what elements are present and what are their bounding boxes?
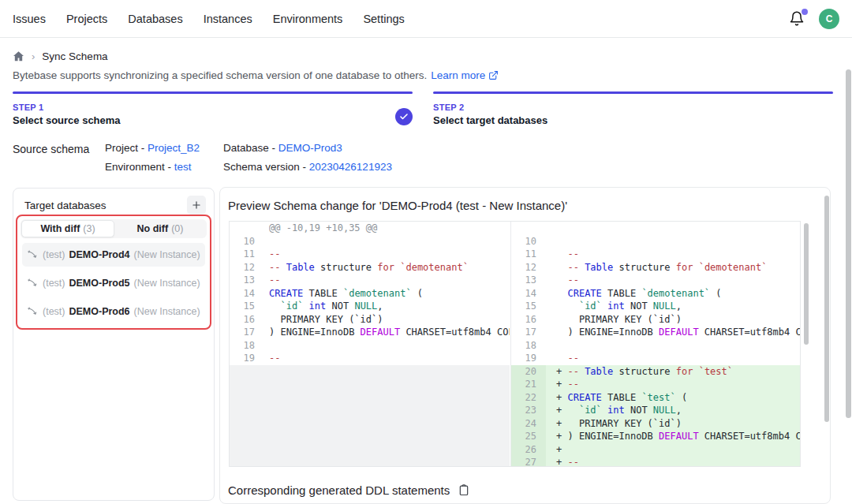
code-text: -- Table structure for `demotenant`	[269, 261, 510, 274]
diff-line: 13 --	[511, 274, 801, 287]
nav-item-settings[interactable]: Settings	[363, 13, 404, 25]
intro-text: Bytebase supports synchronizing a specif…	[13, 69, 499, 81]
code-text: -- Table structure for `demotenant`	[546, 261, 801, 274]
line-number: 20	[511, 365, 546, 379]
code-text: CREATE TABLE `demotenant` (	[269, 287, 510, 301]
step-1-bar	[13, 91, 413, 94]
nav-item-environments[interactable]: Environments	[273, 13, 343, 25]
tab-no-diff[interactable]: No diff(0)	[114, 220, 206, 237]
line-number: 27	[511, 456, 546, 466]
line-number: 13	[230, 274, 269, 287]
step-1-label: STEP 1	[13, 103, 413, 112]
line-number: 10	[230, 235, 269, 248]
diff-line: 24+ PRIMARY KEY (`id`)	[511, 417, 801, 431]
line-number: 19	[511, 352, 546, 365]
code-text: --	[546, 274, 801, 287]
line-number: 12	[511, 261, 546, 274]
nav-item-issues[interactable]: Issues	[13, 13, 46, 25]
clipboard-icon	[458, 483, 470, 497]
line-number: 14	[230, 287, 269, 301]
line-number: 15	[511, 300, 546, 313]
line-number: 16	[511, 313, 546, 327]
learn-more-link[interactable]: Learn more	[431, 69, 499, 81]
schema-diff-editor[interactable]: @@ -10,19 +10,35 @@1011--12-- Table stru…	[229, 221, 801, 467]
code-text: PRIMARY KEY (`id`)	[269, 313, 510, 327]
step-2-label: STEP 2	[433, 103, 833, 112]
diff-line: 12-- Table structure for `demotenant`	[230, 261, 510, 274]
code-text: + ) ENGINE=InnoDB DEFAULT CHARSET=utf8mb…	[546, 430, 801, 443]
code-text	[546, 235, 801, 248]
diff-line: 15 `id` int NOT NULL,	[511, 300, 801, 313]
diff-line: 17 ) ENGINE=InnoDB DEFAULT CHARSET=utf8m…	[511, 326, 801, 339]
code-text: `id` int NOT NULL,	[269, 300, 510, 313]
diff-line: 12 -- Table structure for `demotenant`	[511, 261, 801, 274]
code-text: --	[269, 274, 510, 287]
line-number: 25	[511, 430, 546, 443]
nav-item-instances[interactable]: Instances	[204, 13, 252, 25]
environment-link[interactable]: test	[174, 161, 192, 173]
code-text	[269, 235, 510, 248]
notifications-button[interactable]	[789, 10, 806, 28]
target-database-row[interactable]: (test)DEMO-Prod6(New Instance)	[22, 300, 205, 323]
home-icon[interactable]	[13, 50, 24, 62]
code-text: + -- Table structure for `test`	[546, 365, 801, 379]
code-text	[546, 222, 801, 235]
diff-line: 19--	[230, 352, 510, 365]
code-text: --	[269, 352, 510, 365]
panel-scrollbar[interactable]	[824, 196, 829, 422]
target-database-row[interactable]: (test)DEMO-Prod5(New Instance)	[22, 271, 205, 295]
database-name: DEMO-Prod6	[69, 306, 129, 317]
tab-label: No diff	[137, 223, 169, 234]
diff-line: 16 PRIMARY KEY (`id`)	[230, 313, 510, 327]
code-text	[269, 339, 510, 353]
line-number: 19	[230, 352, 269, 365]
step-2-title: Select target databases	[433, 114, 833, 126]
schema-version-link[interactable]: 20230426121923	[309, 161, 392, 173]
editor-scrollbar[interactable]	[804, 223, 809, 345]
line-number: 13	[511, 274, 546, 287]
copy-ddl-button[interactable]	[458, 483, 470, 497]
code-text: --	[546, 352, 801, 365]
target-database-list: (test)DEMO-Prod4(New Instance) (test)DEM…	[21, 243, 207, 323]
code-text: --	[546, 248, 801, 261]
nav-item-projects[interactable]: Projects	[66, 13, 107, 25]
diff-pane-target: 10 11 --12 -- Table structure for `demot…	[510, 222, 801, 466]
diff-line: 11 --	[511, 248, 801, 261]
step-2: STEP 2 Select target databases	[433, 91, 833, 126]
chevron-right-icon: ›	[32, 50, 35, 62]
diff-line: 18	[230, 339, 510, 353]
ddl-statements-title: Corresponding generated DDL statements	[228, 483, 450, 497]
diff-alignment-filler	[230, 365, 510, 467]
top-nav: IssuesProjectsDatabasesInstancesEnvironm…	[0, 0, 852, 38]
diff-line: 20+ -- Table structure for `test`	[511, 365, 801, 379]
code-text: --	[269, 248, 510, 261]
diff-line: 16 PRIMARY KEY (`id`)	[511, 313, 801, 327]
add-target-database-button[interactable]	[187, 196, 206, 215]
source-version-field: Schema version - 20230426121923	[223, 161, 392, 173]
diff-line: 10	[230, 235, 510, 248]
page-scrollbar[interactable]	[846, 69, 851, 418]
line-number: 11	[230, 248, 269, 261]
database-note: (New Instance)	[134, 306, 200, 317]
target-database-row[interactable]: (test)DEMO-Prod4(New Instance)	[22, 243, 205, 267]
line-number: 11	[511, 248, 546, 261]
plus-icon	[191, 200, 202, 211]
line-number	[230, 222, 269, 235]
project-link[interactable]: Project_B2	[148, 142, 200, 154]
code-text: ) ENGINE=InnoDB DEFAULT CHARSET=utf8mb4 …	[546, 326, 801, 339]
diff-line: 10	[511, 235, 801, 248]
tab-count: (3)	[83, 223, 95, 234]
nav-item-databases[interactable]: Databases	[128, 13, 182, 25]
line-number: 15	[230, 300, 269, 313]
diff-line: 23+ `id` int NOT NULL,	[511, 404, 801, 417]
line-number: 23	[511, 404, 546, 417]
intro-sentence: Bytebase supports synchronizing a specif…	[13, 69, 427, 81]
avatar[interactable]: C	[819, 9, 839, 29]
source-database-field: Database - DEMO-Prod3	[223, 142, 392, 154]
database-link[interactable]: DEMO-Prod3	[278, 142, 342, 154]
learn-more-label: Learn more	[431, 69, 485, 81]
code-text: PRIMARY KEY (`id`)	[546, 313, 801, 327]
code-text: + --	[546, 456, 801, 466]
tab-with-diff[interactable]: With diff(3)	[21, 220, 114, 237]
diff-line: 27+ --	[511, 456, 801, 466]
